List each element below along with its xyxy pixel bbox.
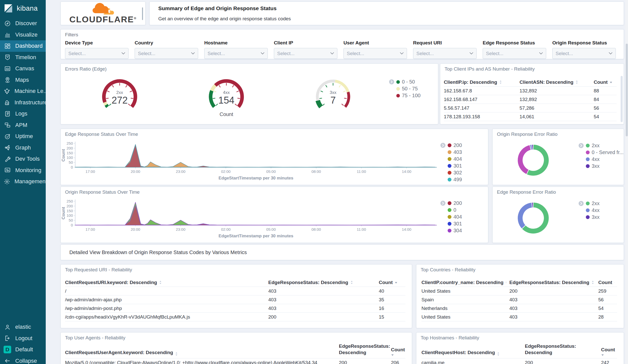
gauge-3xx[interactable]: 3xx7	[305, 75, 361, 118]
svg-text:4xx: 4xx	[223, 90, 230, 95]
sort-icon	[575, 80, 578, 84]
dashboard-icon	[4, 43, 11, 49]
page-scrollbar-thumb[interactable]	[626, 44, 628, 136]
sidebar-item-default[interactable]: D Default	[0, 344, 46, 355]
column-header[interactable]: ClientRequestURI.keyword: Descending	[65, 278, 268, 287]
sidebar-item-collapse[interactable]: Collapse	[0, 355, 46, 364]
legend-item[interactable]: 403	[440, 149, 462, 156]
legend-expand-icon[interactable]	[578, 201, 584, 206]
filter-select-client-ip[interactable]: Select...	[274, 48, 337, 59]
filter-select-country[interactable]: Select...	[135, 48, 198, 59]
sidebar-item-timelion[interactable]: Timelion	[0, 52, 46, 63]
sidebar-item-graph[interactable]: Graph	[0, 142, 46, 154]
filter-select-device-type[interactable]: Select...	[65, 48, 129, 59]
legend-item[interactable]: 200	[440, 142, 462, 149]
legend-expand-icon[interactable]	[440, 143, 446, 148]
sidebar-item-logout[interactable]: Logout	[0, 333, 46, 344]
panel-scrollbar-thumb[interactable]	[621, 76, 623, 122]
kibana-logo[interactable]: kibana	[0, 0, 46, 17]
edge-error-donut-chart[interactable]	[493, 187, 624, 243]
column-header[interactable]: Count	[598, 278, 617, 287]
legend-item[interactable]: 0 - Served fr...	[578, 149, 624, 156]
legend-item[interactable]: 50 - 75	[389, 85, 420, 92]
sidebar-item-infrastructure[interactable]: Infrastructure	[0, 97, 46, 108]
legend-item[interactable]: 3xx	[578, 163, 624, 170]
legend-label: 2xx	[592, 201, 600, 206]
legend-item[interactable]: 4xx	[578, 156, 624, 163]
legend-item[interactable]: 304	[440, 227, 462, 234]
sidebar-item-label: Infrastructure	[14, 99, 46, 106]
sidebar-item-dev-tools[interactable]: Dev Tools	[0, 153, 46, 165]
column-header[interactable]: ClientRequestHost: Descending	[421, 342, 525, 358]
legend-item[interactable]: 75 - 100	[389, 92, 420, 99]
legend-item[interactable]: 301	[440, 220, 462, 227]
legend-expand-icon[interactable]	[578, 143, 584, 148]
column-header[interactable]: ClientIP.country_name: Descending	[421, 278, 509, 287]
legend-item[interactable]: 3xx	[578, 214, 600, 221]
legend-item[interactable]: 0 - 50	[389, 78, 420, 85]
filter-select-user-agent[interactable]: Select...	[343, 48, 407, 59]
column-header[interactable]: Count	[594, 78, 617, 87]
sidebar-item-canvas[interactable]: Canvas	[0, 63, 46, 74]
table-cell: Spain	[421, 295, 509, 304]
sidebar-item-uptime[interactable]: Uptime	[0, 131, 46, 142]
column-header[interactable]: Count	[391, 342, 405, 358]
legend-item[interactable]: 404	[440, 156, 462, 162]
svg-text:200: 200	[67, 146, 73, 150]
legend-item[interactable]: 499	[440, 176, 462, 183]
sidebar-item-visualize[interactable]: Visualize	[0, 29, 46, 41]
svg-text:250: 250	[67, 199, 73, 203]
column-header[interactable]: EdgeResponseStatus: Descending	[525, 342, 601, 358]
legend-label: 4xx	[592, 207, 600, 213]
origin-status-area-chart[interactable]: 05010015020025017:0020:0023:0002:0005:00…	[61, 187, 489, 243]
sidebar-item-discover[interactable]: Discover	[0, 18, 46, 29]
panel-drag-handle[interactable]	[142, 7, 143, 20]
sidebar-item-logs[interactable]: Logs	[0, 108, 46, 120]
column-header[interactable]: EdgeResponseStatus: Descending	[339, 342, 391, 358]
legend-item[interactable]: 2xx	[578, 142, 624, 149]
sidebar-item-dashboard[interactable]: Dashboard	[0, 40, 46, 52]
page-title: Summary of Edge and Origin Response Stat…	[158, 5, 277, 11]
column-header[interactable]: Count	[601, 342, 617, 358]
sidebar-item-machine-le[interactable]: Machine Le...	[0, 86, 46, 97]
legend-item[interactable]: 301	[440, 162, 462, 169]
legend-label: 304	[453, 228, 462, 234]
legend-item[interactable]: 200	[440, 200, 462, 207]
column-header[interactable]: ClientASN: Descending	[520, 78, 594, 87]
legend-item[interactable]: 302	[440, 169, 462, 176]
filter-select-hostname[interactable]: Select...	[204, 48, 268, 59]
legend-item[interactable]: 4xx	[578, 207, 600, 214]
svg-text:150: 150	[67, 209, 73, 213]
sidebar-item-apm[interactable]: APM	[0, 120, 46, 131]
legend-dot	[448, 208, 451, 212]
chevron-down-icon	[400, 52, 404, 55]
filter-field: Country Select...	[135, 40, 198, 59]
legend-expand-icon[interactable]	[389, 79, 394, 85]
legend-dot	[448, 157, 451, 161]
sidebar-item-management[interactable]: Management	[0, 176, 46, 187]
legend-item[interactable]: 404	[440, 213, 462, 220]
legend-item[interactable]: 2xx	[578, 200, 600, 207]
column-header[interactable]: EdgeResponseStatus: Descending	[268, 278, 379, 287]
column-header[interactable]: ClientIP.ip: Descending	[444, 78, 520, 87]
gauge-2xx[interactable]: 2xx272	[92, 75, 148, 118]
column-header[interactable]: Count	[379, 278, 405, 287]
filter-select-origin-response-status[interactable]: Select...	[552, 48, 616, 59]
legend-label: 2xx	[592, 143, 600, 148]
legend-item[interactable]: 0	[440, 207, 462, 213]
edge-status-area-chart[interactable]: 05010015020025017:0020:0023:0002:0005:00…	[61, 129, 489, 185]
sidebar-item-elastic[interactable]: elastic	[0, 321, 46, 333]
table-cell: 16	[379, 304, 405, 313]
filter-select-edge-response-status[interactable]: Select...	[483, 48, 546, 59]
legend-label: 50 - 75	[402, 86, 418, 92]
sidebar-item-maps[interactable]: Maps	[0, 74, 46, 86]
collapse-icon	[4, 357, 11, 364]
legend-dot	[396, 94, 400, 97]
filter-select-request-uri[interactable]: Select...	[413, 48, 477, 59]
table-cell: 403	[268, 295, 379, 304]
column-header[interactable]: ClientRequestUserAgent.keyword: Descendi…	[65, 342, 339, 358]
column-header[interactable]: EdgeResponseStatus: Descending	[509, 278, 598, 287]
legend-label: 0 - 50	[402, 79, 415, 85]
legend-expand-icon[interactable]	[440, 201, 446, 206]
sidebar-item-monitoring[interactable]: Monitoring	[0, 165, 46, 176]
